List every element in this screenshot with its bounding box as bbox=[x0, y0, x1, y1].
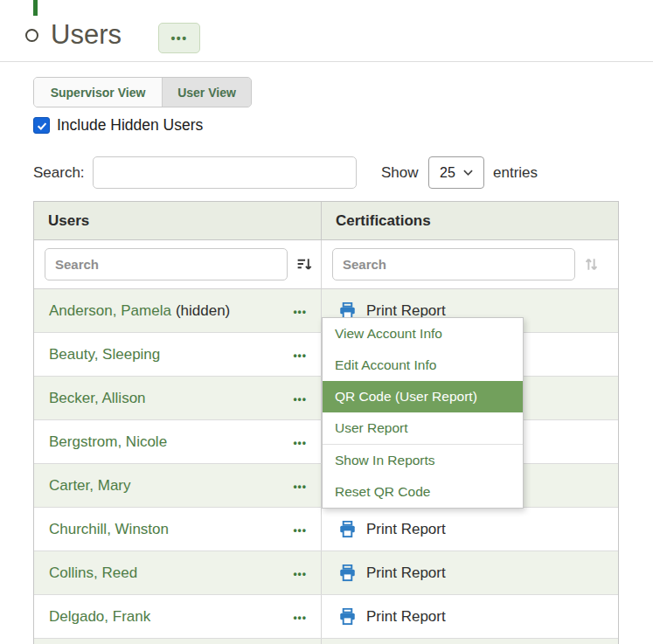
ellipsis-icon: ••• bbox=[293, 349, 307, 361]
ellipsis-icon: ••• bbox=[293, 611, 307, 623]
show-label: Show bbox=[381, 156, 419, 189]
table-row bbox=[34, 639, 618, 644]
page-title: Users bbox=[51, 19, 122, 51]
print-report-label: Print Report bbox=[366, 521, 446, 538]
table-row: Delgado, Frank ••• Print Report bbox=[34, 595, 618, 639]
tab-user-view[interactable]: User View bbox=[163, 78, 251, 107]
row-menu-button[interactable]: ••• bbox=[289, 390, 310, 406]
table-row: Collins, Reed ••• Print Report bbox=[34, 551, 618, 595]
menu-item-view-account-info[interactable]: View Account Info bbox=[323, 318, 523, 350]
view-tabs: Supervisor View User View bbox=[33, 77, 252, 107]
ellipsis-icon: ••• bbox=[293, 480, 307, 492]
printer-icon bbox=[337, 563, 358, 583]
print-report-label: Print Report bbox=[366, 564, 446, 582]
hidden-note: (hidden) bbox=[176, 302, 230, 320]
table-filter-row bbox=[34, 240, 618, 289]
print-report-action[interactable]: Print Report bbox=[337, 606, 446, 627]
column-header-certifications[interactable]: Certifications bbox=[322, 202, 618, 239]
printer-icon bbox=[337, 606, 358, 627]
row-menu-button[interactable]: ••• bbox=[289, 433, 310, 450]
page-size-select[interactable]: 25 bbox=[428, 156, 484, 189]
user-name: Anderson, Pamela bbox=[49, 302, 171, 320]
ellipsis-icon: ••• bbox=[293, 392, 307, 405]
menu-item-user-report[interactable]: User Report bbox=[323, 412, 523, 444]
user-name: Carter, Mary bbox=[49, 477, 131, 495]
ellipsis-icon: ••• bbox=[293, 436, 307, 448]
page-accent-line bbox=[33, 0, 38, 16]
row-menu-button[interactable]: ••• bbox=[289, 608, 310, 625]
page-size-value: 25 bbox=[440, 165, 455, 181]
row-menu-button[interactable]: ••• bbox=[289, 564, 310, 581]
table-header-row: Users Certifications bbox=[34, 202, 618, 240]
search-label: Search: bbox=[33, 156, 85, 189]
row-menu-button[interactable]: ••• bbox=[289, 346, 310, 363]
table-row: Churchill, Winston ••• Print Report bbox=[34, 508, 618, 551]
menu-item-qr-code-user-report[interactable]: QR Code (User Report) bbox=[323, 381, 523, 412]
menu-item-show-in-reports[interactable]: Show In Reports bbox=[323, 445, 523, 476]
page-menu-button[interactable]: ••• bbox=[158, 23, 200, 53]
context-menu: View Account Info Edit Account Info QR C… bbox=[322, 317, 524, 509]
tab-supervisor-view[interactable]: Supervisor View bbox=[34, 78, 163, 107]
printer-icon bbox=[337, 519, 358, 539]
user-name: Churchill, Winston bbox=[49, 521, 169, 538]
circle-icon bbox=[25, 29, 38, 42]
include-hidden-label: Include Hidden Users bbox=[57, 117, 203, 134]
global-search-input[interactable] bbox=[93, 156, 357, 189]
ellipsis-icon: ••• bbox=[293, 523, 307, 536]
certifications-column-search-input[interactable] bbox=[332, 248, 575, 280]
menu-item-edit-account-info[interactable]: Edit Account Info bbox=[323, 350, 523, 381]
users-column-search-input[interactable] bbox=[45, 248, 288, 280]
sort-both-icon[interactable] bbox=[583, 256, 600, 273]
ellipsis-icon: ••• bbox=[293, 305, 307, 317]
entries-label: entries bbox=[493, 156, 538, 189]
print-report-action[interactable]: Print Report bbox=[337, 519, 446, 539]
ellipsis-icon: ••• bbox=[170, 32, 187, 45]
print-report-action[interactable]: Print Report bbox=[337, 563, 446, 583]
include-hidden-checkbox[interactable] bbox=[33, 117, 50, 134]
user-name: Beauty, Sleeping bbox=[49, 346, 160, 364]
row-menu-button[interactable]: ••• bbox=[289, 521, 310, 537]
ellipsis-icon: ••• bbox=[293, 567, 307, 579]
menu-item-reset-qr-code[interactable]: Reset QR Code bbox=[323, 476, 523, 508]
user-name: Delgado, Frank bbox=[49, 608, 150, 626]
chevron-down-icon bbox=[463, 170, 473, 176]
user-name: Becker, Allison bbox=[49, 390, 146, 407]
user-name: Collins, Reed bbox=[49, 564, 137, 582]
print-report-label: Print Report bbox=[366, 608, 446, 626]
row-menu-button[interactable]: ••• bbox=[289, 302, 310, 319]
user-name: Bergstrom, Nicole bbox=[49, 433, 167, 451]
header-divider bbox=[0, 61, 653, 62]
column-header-users[interactable]: Users bbox=[34, 202, 322, 239]
users-page: Users ••• Supervisor View User View Incl… bbox=[0, 0, 653, 644]
row-menu-button[interactable]: ••• bbox=[289, 477, 310, 494]
check-icon bbox=[36, 120, 48, 132]
sort-descending-icon[interactable] bbox=[295, 256, 312, 273]
